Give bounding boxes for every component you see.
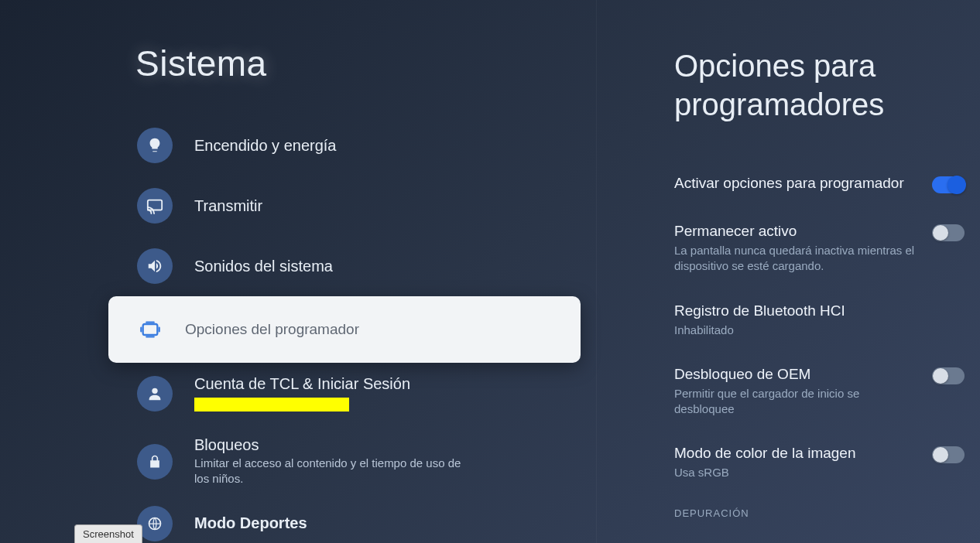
option-color-mode[interactable]: Modo de color de la imagen Usa sRGB <box>674 431 965 494</box>
option-label: Desbloqueo de OEM <box>674 366 920 383</box>
toggle-oem-unlock[interactable] <box>932 367 965 384</box>
menu-item-sound[interactable]: Sonidos del sistema <box>0 236 596 296</box>
menu-sub: Limitar el acceso al contenido y el tiem… <box>194 456 473 487</box>
option-oem-unlock[interactable]: Desbloqueo de OEM Permitir que el cargad… <box>674 352 965 432</box>
menu-item-power[interactable]: Encendido y energía <box>0 115 596 176</box>
menu-label: Bloqueos <box>194 436 473 454</box>
sound-icon <box>137 248 173 284</box>
sports-icon <box>137 506 173 541</box>
menu-label: Modo Deportes <box>194 514 307 532</box>
toggle-color-mode[interactable] <box>932 446 965 463</box>
menu-item-account[interactable]: Cuenta de TCL & Iniciar Sesión <box>0 363 596 424</box>
right-panel: Opciones para programadores Activar opci… <box>596 0 980 543</box>
svg-point-2 <box>152 388 157 393</box>
option-stay-awake[interactable]: Permanecer activo La pantalla nunca qued… <box>674 209 965 289</box>
menu-item-developer[interactable]: Opciones del programador <box>108 296 581 363</box>
svg-rect-0 <box>148 200 162 210</box>
bulb-icon <box>137 128 173 163</box>
redacted-sub <box>194 398 349 412</box>
right-title: Opciones para programadores <box>674 46 965 124</box>
option-sub: La pantalla nunca quedará inactiva mient… <box>674 243 920 275</box>
option-label: Modo de color de la imagen <box>674 445 920 462</box>
option-sub: Inhabilitado <box>674 323 922 338</box>
option-label: Registro de Bluetooth HCI <box>674 302 965 319</box>
lock-icon <box>137 444 173 480</box>
toggle-stay-awake[interactable] <box>932 224 965 241</box>
menu-list: Encendido y energía Transmitir Sonidos d… <box>0 115 596 541</box>
left-panel: Sistema Encendido y energía Transmitir <box>0 0 596 543</box>
cast-icon <box>137 188 173 224</box>
page-title: Sistema <box>135 43 596 84</box>
section-header-debug: DEPURACIÓN <box>674 507 965 519</box>
screenshot-badge: Screenshot <box>74 524 142 543</box>
svg-rect-1 <box>143 324 158 335</box>
menu-label: Transmitir <box>194 197 262 215</box>
option-bluetooth-hci[interactable]: Registro de Bluetooth HCI Inhabilitado <box>674 289 965 352</box>
developer-icon <box>137 316 163 343</box>
menu-label: Encendido y energía <box>194 137 336 155</box>
option-sub: Permitir que el cargador de inicio se de… <box>674 386 920 418</box>
option-label: Permanecer activo <box>674 223 920 240</box>
toggle-enable-dev[interactable] <box>932 176 965 193</box>
option-enable-dev[interactable]: Activar opciones para programador <box>674 161 965 209</box>
menu-item-locks[interactable]: Bloqueos Limitar el acceso al contenido … <box>0 424 596 500</box>
menu-label: Sonidos del sistema <box>194 258 333 275</box>
menu-label: Opciones del programador <box>185 321 359 338</box>
option-sub: Usa sRGB <box>674 465 920 480</box>
option-label: Activar opciones para programador <box>674 175 920 192</box>
menu-label: Cuenta de TCL & Iniciar Sesión <box>194 375 410 393</box>
menu-item-cast[interactable]: Transmitir <box>0 176 596 236</box>
person-icon <box>137 376 173 412</box>
